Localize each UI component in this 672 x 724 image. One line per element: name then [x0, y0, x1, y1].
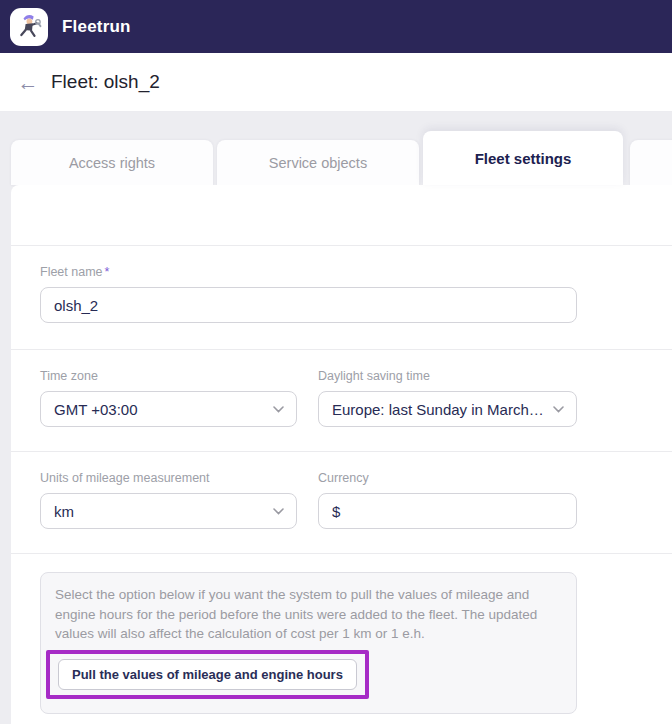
daylight-saving-value: Europe: last Sunday in March - la...	[332, 401, 545, 418]
fleetrun-mechanic-icon	[12, 10, 46, 44]
pull-values-description: Select the option below if you want the …	[55, 585, 560, 644]
toolbar-space	[11, 185, 672, 246]
fleet-name-section: Fleet name*	[11, 246, 672, 350]
timezone-section: Time zone GMT +03:00 Daylight saving tim…	[11, 350, 672, 452]
currency-input[interactable]	[318, 493, 577, 529]
pull-values-section: Select the option below if you want the …	[11, 554, 672, 714]
chevron-down-icon	[273, 406, 284, 413]
daylight-saving-select[interactable]: Europe: last Sunday in March - la...	[318, 391, 577, 427]
currency-label: Currency	[318, 471, 577, 485]
units-currency-section: Units of mileage measurement km Currency	[11, 452, 672, 554]
page-title: Fleet: olsh_2	[51, 71, 160, 93]
fleet-settings-panel: Fleet name* Time zone GMT +03:00 Dayligh…	[11, 185, 672, 724]
tab-service-objects[interactable]: Service objects	[217, 140, 419, 185]
time-zone-select[interactable]: GMT +03:00	[40, 391, 297, 427]
pull-values-info-box: Select the option below if you want the …	[40, 572, 577, 714]
mileage-units-select[interactable]: km	[40, 493, 297, 529]
tab-bar: Access rights Service objects Fleet sett…	[11, 131, 672, 185]
highlight-annotation-box: Pull the values of mileage and engine ho…	[46, 650, 369, 699]
tab-access-rights[interactable]: Access rights	[11, 140, 213, 185]
required-marker: *	[105, 265, 110, 279]
time-zone-value: GMT +03:00	[54, 401, 138, 418]
pull-values-button[interactable]: Pull the values of mileage and engine ho…	[58, 659, 357, 690]
chevron-down-icon	[273, 508, 284, 515]
time-zone-label: Time zone	[40, 369, 297, 383]
app-header: Fleetrun	[0, 0, 672, 53]
fleetrun-logo[interactable]	[10, 8, 48, 46]
chevron-down-icon	[553, 406, 564, 413]
back-arrow-icon[interactable]: ←	[15, 69, 41, 95]
fleet-name-input[interactable]	[40, 287, 577, 323]
daylight-saving-label: Daylight saving time	[318, 369, 577, 383]
fleet-name-label: Fleet name*	[40, 265, 577, 279]
mileage-units-label: Units of mileage measurement	[40, 471, 297, 485]
tab-partial[interactable]	[630, 140, 672, 185]
page-heading-bar: ← Fleet: olsh_2	[0, 53, 672, 112]
mileage-units-value: km	[54, 503, 74, 520]
app-title: Fleetrun	[62, 17, 131, 37]
tab-fleet-settings[interactable]: Fleet settings	[423, 131, 623, 185]
